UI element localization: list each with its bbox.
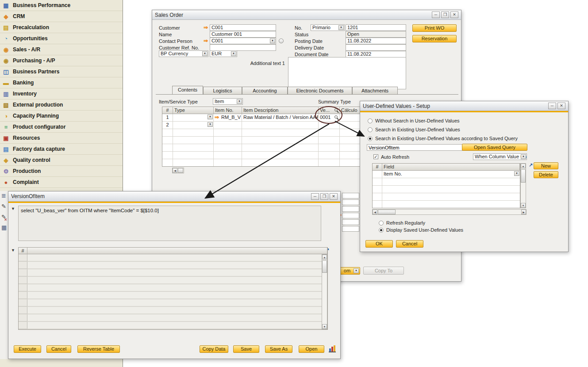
- totals-field[interactable]: [342, 226, 359, 232]
- description-cell[interactable]: Raw Material / Batch / Version AAA: [242, 114, 319, 121]
- close-button[interactable]: [557, 103, 565, 109]
- refresh-trigger-combo[interactable]: When Column Value Cha: [473, 153, 527, 160]
- version-cell[interactable]: [319, 122, 340, 129]
- close-button[interactable]: [330, 193, 338, 200]
- open-button[interactable]: Open: [299, 345, 324, 353]
- table-icon[interactable]: ▦: [1, 225, 7, 231]
- scroll-down-icon[interactable]: [322, 324, 327, 329]
- reverse-table-button[interactable]: Reverse Table: [77, 345, 120, 353]
- sidebar-item-capacity-planning[interactable]: ◑Capacity Planning: [0, 111, 123, 122]
- series-combo[interactable]: Primario: [311, 24, 345, 31]
- query-window-titlebar[interactable]: VersionOfItem: [8, 191, 340, 202]
- sql-editor[interactable]: select "U_beas_ver" from OITM where "Ite…: [18, 206, 321, 241]
- results-row[interactable]: [19, 269, 327, 277]
- reservation-button[interactable]: Reservation: [412, 35, 457, 42]
- udv-row-empty[interactable]: [373, 201, 520, 208]
- udv-row-empty[interactable]: [373, 186, 520, 193]
- currency-combo[interactable]: EUR: [210, 50, 237, 57]
- chevron-down-icon[interactable]: [231, 51, 236, 56]
- list-icon[interactable]: ≣: [1, 193, 6, 199]
- sidebar-item-business-partners[interactable]: ◫Business Partners: [0, 66, 123, 77]
- clear-pencil-icon[interactable]: ✎✕: [1, 214, 6, 220]
- minimize-button[interactable]: [311, 193, 319, 200]
- sidebar-item-crm[interactable]: ◆CRM: [0, 11, 123, 22]
- results-row[interactable]: [19, 299, 327, 307]
- search-icon[interactable]: [334, 108, 338, 111]
- udv-field-row[interactable]: Item No.: [373, 171, 520, 178]
- type-cell[interactable]: [173, 114, 214, 121]
- sidebar-item-production[interactable]: ⚙Production: [0, 166, 123, 177]
- scroll-left-icon[interactable]: [373, 210, 377, 214]
- tab-attachments[interactable]: Attachments: [352, 87, 398, 94]
- chevron-down-icon[interactable]: [521, 154, 526, 159]
- totals-field[interactable]: [342, 213, 359, 218]
- sidebar-item-banking[interactable]: ▬Banking: [0, 77, 123, 88]
- sidebar-item-complaint[interactable]: ●Complaint: [0, 177, 123, 188]
- additional-text-area[interactable]: [288, 57, 406, 89]
- close-button[interactable]: [450, 11, 458, 18]
- item-no-cell[interactable]: [214, 122, 242, 129]
- contact-person-combo[interactable]: C001: [210, 38, 276, 44]
- bp-currency-combo[interactable]: BP Currency: [159, 50, 208, 57]
- chevron-down-icon[interactable]: [237, 99, 242, 104]
- sidebar-item-product-configurator[interactable]: ≡Product configurator: [0, 122, 123, 133]
- udv-row-empty[interactable]: [373, 193, 520, 201]
- sidebar-item-opportunities[interactable]: ◔Opportunities: [0, 33, 123, 44]
- totals-field[interactable]: [342, 206, 359, 212]
- document-date-field[interactable]: 11.08.2022: [346, 51, 406, 57]
- tab-electronic-documents[interactable]: Electronic Documents: [288, 87, 352, 94]
- col-header-description[interactable]: Item Description: [242, 107, 319, 114]
- scroll-thumb[interactable]: [322, 260, 327, 273]
- sql-section-expander-icon[interactable]: [11, 206, 15, 211]
- minimize-button[interactable]: [548, 103, 556, 109]
- grid-hscrollbar[interactable]: [172, 168, 184, 173]
- tab-contents[interactable]: Contents: [172, 86, 203, 94]
- item-no-cell[interactable]: RM_B_V: [214, 114, 242, 121]
- chevron-down-icon[interactable]: [270, 38, 275, 43]
- sidebar-item-purchasing-ap[interactable]: ◉Purchasing - A/P: [0, 55, 123, 66]
- col-header-version[interactable]: Ve...: [319, 107, 340, 114]
- scroll-right-icon[interactable]: [521, 210, 526, 214]
- link-arrow-icon[interactable]: [204, 38, 208, 44]
- totals-field[interactable]: [342, 193, 359, 199]
- posting-date-field[interactable]: 11.08.2022: [346, 38, 406, 44]
- customer-ref-field[interactable]: [210, 44, 276, 51]
- item-service-type-combo[interactable]: Item: [213, 98, 243, 105]
- search-icon[interactable]: [334, 115, 338, 119]
- scroll-down-icon[interactable]: [521, 203, 526, 208]
- chevron-down-icon[interactable]: [354, 268, 359, 273]
- link-arrow-icon[interactable]: [204, 25, 208, 31]
- minimize-button[interactable]: [432, 11, 440, 18]
- delete-button[interactable]: Delete: [534, 171, 558, 178]
- results-row[interactable]: [19, 284, 327, 292]
- maximize-button[interactable]: [320, 193, 328, 200]
- results-row[interactable]: [19, 307, 327, 314]
- results-row[interactable]: [19, 277, 327, 284]
- sidebar-item-resources[interactable]: ▣Resources: [0, 133, 123, 144]
- without-search-radio[interactable]: [368, 119, 373, 123]
- chevron-down-icon[interactable]: [202, 51, 208, 56]
- delivery-date-field[interactable]: [346, 44, 406, 51]
- tab-logistics[interactable]: Logistics: [203, 87, 242, 94]
- chevron-down-icon[interactable]: [338, 25, 344, 30]
- tab-accounting[interactable]: Accounting: [242, 87, 288, 94]
- search-existing-radio[interactable]: [368, 127, 373, 132]
- link-arrow-icon[interactable]: [215, 115, 219, 120]
- auto-refresh-checkbox[interactable]: [373, 154, 378, 159]
- udv-vscrollbar[interactable]: [520, 163, 526, 208]
- saved-query-name-input[interactable]: [367, 144, 463, 151]
- sales-order-titlebar[interactable]: Sales Order: [152, 10, 461, 20]
- open-saved-query-button[interactable]: Open Saved Query: [462, 144, 527, 151]
- chevron-down-icon[interactable]: [514, 171, 519, 176]
- save-button[interactable]: Save: [233, 345, 259, 353]
- field-cell[interactable]: Item No.: [382, 171, 520, 178]
- print-wo-button[interactable]: Print WO: [412, 24, 457, 32]
- results-row[interactable]: [19, 262, 327, 269]
- search-saved-query-radio[interactable]: [368, 136, 373, 141]
- scroll-thumb[interactable]: [178, 168, 183, 173]
- version-cell[interactable]: 0001: [319, 114, 340, 121]
- sidebar-item-factory-data-capture[interactable]: ▤Factory data capture: [0, 144, 123, 155]
- expand-grid-icon[interactable]: [529, 162, 533, 168]
- save-as-button[interactable]: Save As: [265, 345, 292, 353]
- maximize-button[interactable]: [441, 11, 449, 18]
